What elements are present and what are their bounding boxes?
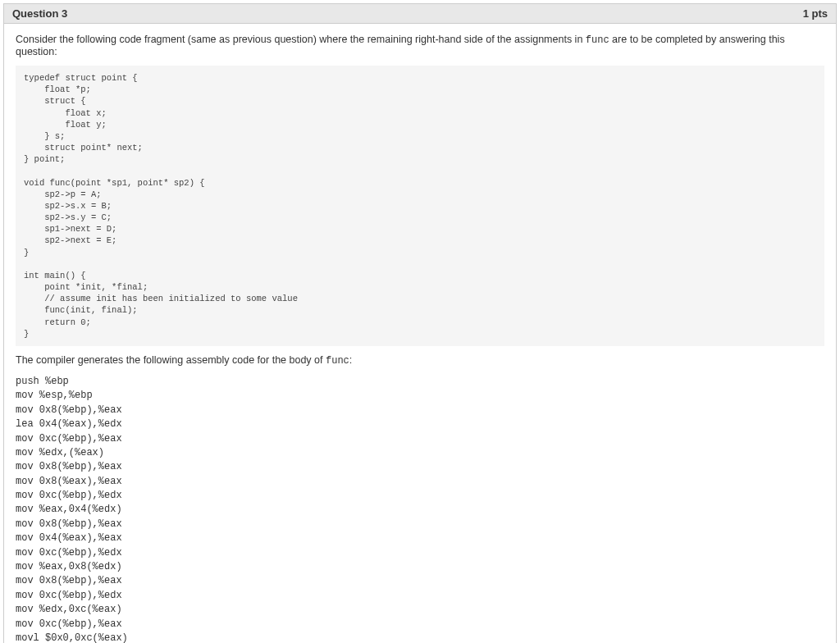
question-points: 1 pts: [803, 7, 828, 20]
compiler-prefix: The compiler generates the following ass…: [16, 354, 326, 366]
question-header: Question 3 1 pts: [4, 4, 836, 24]
compiler-text: The compiler generates the following ass…: [16, 354, 824, 367]
question-title: Question 3: [12, 7, 67, 20]
assembly-block: push %ebp mov %esp,%ebp mov 0x8(%ebp),%e…: [16, 373, 824, 643]
intro-code-ref: func: [586, 34, 609, 46]
question-body: Consider the following code fragment (sa…: [4, 24, 836, 643]
intro-text: Consider the following code fragment (sa…: [16, 34, 824, 57]
compiler-suffix: :: [349, 354, 352, 366]
compiler-code-ref: func: [326, 355, 349, 367]
code-fragment-block: typedef struct point { float *p; struct …: [16, 66, 824, 346]
question-container: Question 3 1 pts Consider the following …: [3, 3, 837, 643]
intro-prefix: Consider the following code fragment (sa…: [16, 34, 586, 45]
